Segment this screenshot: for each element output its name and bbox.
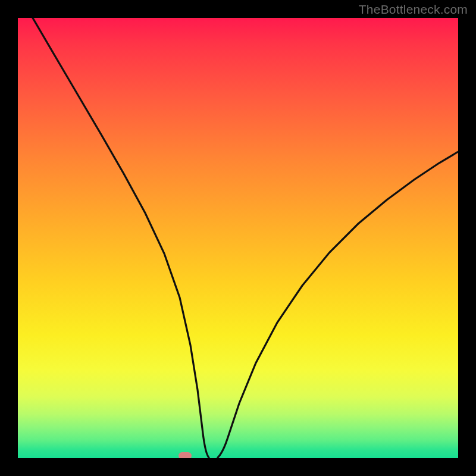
optimum-marker xyxy=(178,452,192,458)
curve-left-branch xyxy=(31,18,209,458)
curve-right-branch xyxy=(217,152,458,458)
bottleneck-curve xyxy=(18,18,458,458)
chart-frame: TheBottleneck.com xyxy=(0,0,476,476)
watermark-text: TheBottleneck.com xyxy=(359,2,468,17)
plot-area xyxy=(18,18,458,458)
